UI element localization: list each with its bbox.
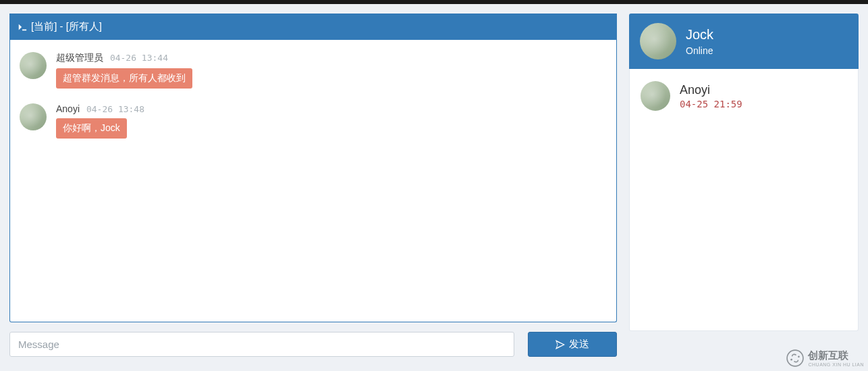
header-title-suffix: [所有人]	[66, 20, 102, 32]
contacts-list: Anoyi 04-25 21:59	[629, 69, 859, 331]
avatar	[20, 103, 47, 130]
send-button[interactable]: 发送	[528, 332, 617, 357]
message-time: 04-26 13:44	[110, 53, 168, 63]
contact-item[interactable]: Anoyi 04-25 21:59	[641, 78, 847, 114]
message-time: 04-26 13:48	[86, 104, 144, 114]
current-user-status: Online	[686, 45, 713, 56]
user-header: Jock Online	[629, 14, 859, 69]
message-bubble: 你好啊，Jock	[56, 118, 127, 139]
message-input[interactable]	[9, 332, 514, 357]
terminal-icon	[18, 22, 27, 32]
chat-message: Anoyi 04-26 13:48 你好啊，Jock	[20, 103, 607, 139]
chat-body[interactable]: 超级管理员 04-26 13:44 超管群发消息，所有人都收到 Anoyi 04…	[9, 40, 617, 322]
compose-bar: 发送	[9, 332, 617, 357]
current-user-name: Jock	[686, 27, 713, 43]
chat-header: [当前] - [所有人]	[9, 14, 617, 40]
header-title-prefix: [当前]	[31, 20, 57, 32]
avatar	[641, 81, 670, 111]
message-bubble: 超管群发消息，所有人都收到	[56, 68, 192, 89]
avatar	[640, 23, 676, 59]
send-button-label: 发送	[569, 338, 589, 351]
message-author: 超级管理员	[56, 52, 103, 63]
chat-message: 超级管理员 04-26 13:44 超管群发消息，所有人都收到	[20, 52, 607, 89]
avatar	[20, 52, 47, 79]
contact-name: Anoyi	[680, 83, 742, 97]
contact-time: 04-25 21:59	[680, 99, 742, 109]
message-author: Anoyi	[56, 103, 80, 114]
paper-plane-icon	[555, 340, 565, 349]
